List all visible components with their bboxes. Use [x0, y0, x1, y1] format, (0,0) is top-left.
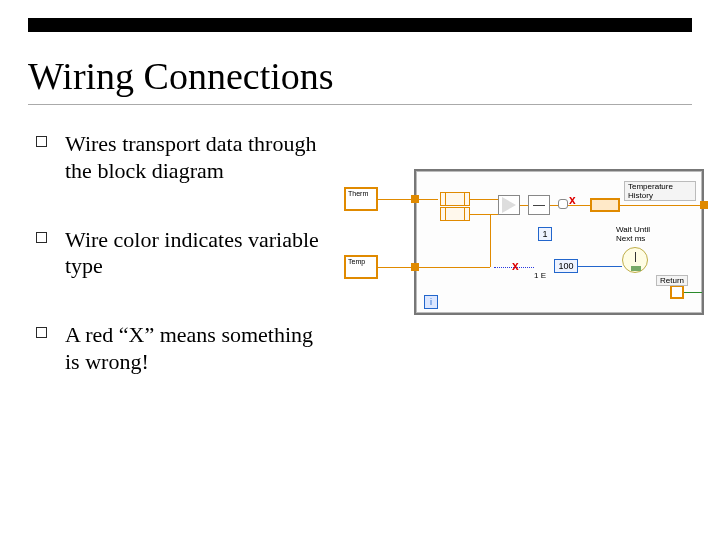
bullet-marker-icon: [36, 232, 47, 243]
wire-orange: [550, 205, 558, 206]
bullet-text: Wire color indicates variable type: [65, 227, 332, 281]
buffer-node: [440, 192, 470, 206]
wait-label-line1: Wait Until: [616, 225, 650, 234]
iteration-terminal: i: [424, 295, 438, 309]
numeric-constant-1: 1: [538, 227, 552, 241]
bullet-marker-icon: [36, 136, 47, 147]
loop-tunnel-out: [700, 201, 708, 209]
bullet-item: Wire color indicates variable type: [36, 227, 332, 281]
wire-green: [684, 292, 702, 293]
compare-node: [498, 195, 520, 215]
wire-orange: [520, 205, 528, 206]
chart-label: Temperature History: [624, 181, 696, 201]
bullet-text: A red “X” means something is wrong!: [65, 322, 332, 376]
bullet-item: Wires transport data through the block d…: [36, 131, 332, 185]
loop-tunnel: [411, 263, 419, 271]
temp-terminal: Temp: [344, 255, 378, 279]
wire-orange: [470, 214, 498, 215]
temp-terminal-label: Temp: [348, 258, 365, 265]
bullet-column: Wires transport data through the block d…: [28, 131, 332, 418]
bullet-list: Wires transport data through the block d…: [36, 131, 332, 376]
thermometer-terminal: Therm: [344, 187, 378, 211]
metronome-hand: [635, 252, 636, 262]
average-bar-icon: [533, 205, 545, 206]
error-count-label: 1 E: [534, 271, 546, 280]
average-node: [528, 195, 550, 215]
numeric-constant-100: 100: [554, 259, 578, 273]
wire-orange: [470, 199, 498, 200]
title-rule: [28, 104, 692, 105]
top-bar: [28, 18, 692, 32]
diagram-column: Therm Temp: [332, 131, 692, 418]
wait-label-line2: Next ms: [616, 234, 645, 243]
bullet-marker-icon: [36, 327, 47, 338]
wire-blue: [578, 266, 622, 267]
wire-orange: [620, 205, 702, 206]
content-columns: Wires transport data through the block d…: [28, 131, 692, 418]
slide: Wiring Connections Wires transport data …: [0, 0, 720, 540]
error-x-icon: x: [512, 259, 519, 273]
numeric-indicator: [590, 198, 620, 212]
wire-orange-vertical: [490, 215, 491, 267]
loop-tunnel: [411, 195, 419, 203]
labview-diagram: Therm Temp: [344, 159, 696, 329]
bullet-item: A red “X” means something is wrong!: [36, 322, 332, 376]
wire-orange: [378, 267, 438, 268]
buffer-node: [440, 207, 470, 221]
slide-title: Wiring Connections: [28, 54, 692, 98]
wire-orange: [568, 205, 590, 206]
multiply-node: [558, 199, 568, 209]
triangle-icon: [502, 197, 516, 213]
wire-orange: [378, 199, 438, 200]
wire-orange: [438, 267, 490, 268]
thermometer-terminal-label: Therm: [348, 190, 368, 197]
return-label: Return: [656, 275, 688, 286]
metronome-base: [631, 266, 641, 271]
stop-indicator: [670, 285, 684, 299]
bullet-text: Wires transport data through the block d…: [65, 131, 332, 185]
metronome-icon: [622, 247, 648, 273]
